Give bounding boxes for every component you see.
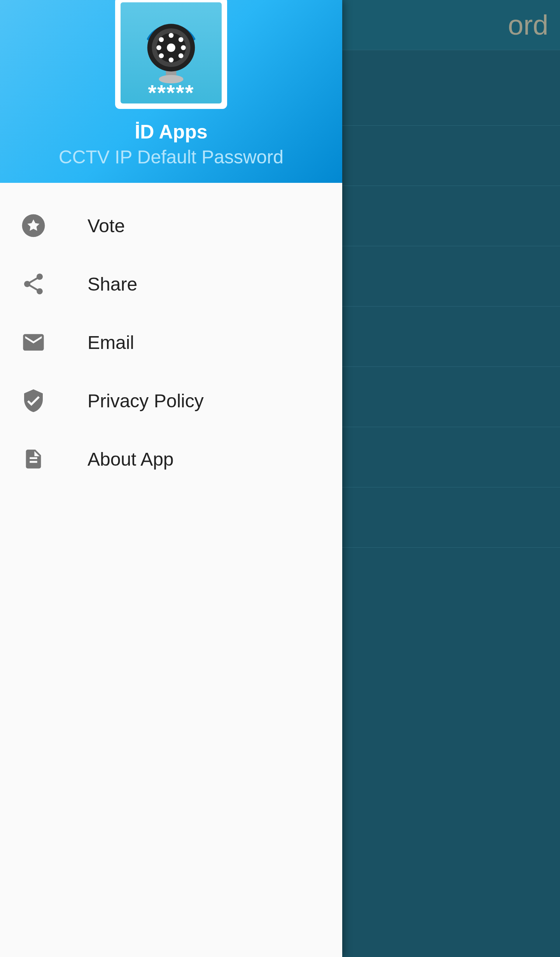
share-icon — [21, 272, 46, 296]
menu-item-label: Vote — [88, 215, 125, 237]
svg-point-9 — [178, 53, 184, 58]
menu-item-label: Email — [88, 332, 134, 353]
svg-point-12 — [156, 45, 161, 50]
svg-point-13 — [159, 37, 164, 42]
svg-point-11 — [159, 53, 164, 58]
background-appbar-title: ord — [508, 9, 548, 41]
app-name: CCTV IP Default Password — [59, 146, 284, 168]
asterisks-text: ***** — [148, 82, 194, 103]
navigation-drawer: ***** İD Apps CCTV IP Default Password V… — [0, 0, 342, 957]
shield-check-icon — [21, 388, 46, 413]
menu-item-about-app[interactable]: About App — [0, 430, 342, 488]
app-icon: ***** — [115, 0, 227, 109]
drawer-menu: Vote Share Email — [0, 183, 342, 957]
menu-item-label: Privacy Policy — [88, 390, 204, 412]
svg-point-6 — [169, 33, 174, 38]
svg-point-5 — [167, 44, 175, 52]
document-icon — [21, 447, 46, 471]
menu-item-email[interactable]: Email — [0, 313, 342, 372]
svg-point-7 — [178, 37, 184, 42]
svg-point-8 — [181, 45, 186, 50]
email-icon — [21, 330, 46, 355]
app-icon-inner: ***** — [121, 2, 222, 103]
svg-point-10 — [169, 58, 174, 63]
menu-item-share[interactable]: Share — [0, 255, 342, 313]
menu-item-label: Share — [88, 273, 137, 295]
app-publisher: İD Apps — [135, 121, 207, 143]
menu-item-vote[interactable]: Vote — [0, 196, 342, 255]
drawer-header: ***** İD Apps CCTV IP Default Password — [0, 0, 342, 183]
menu-item-privacy-policy[interactable]: Privacy Policy — [0, 372, 342, 430]
camera-icon — [132, 18, 210, 88]
menu-item-label: About App — [88, 449, 174, 470]
star-icon — [21, 213, 46, 238]
